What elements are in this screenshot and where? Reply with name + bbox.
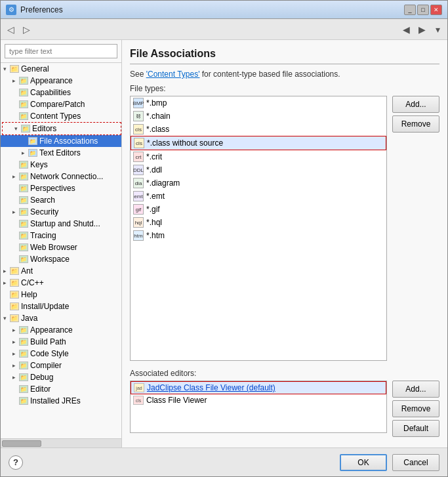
cpp-arrow[interactable]: ▸: [3, 280, 10, 286]
file-remove-button[interactable]: Remove: [392, 115, 439, 133]
networkconnections-folder-icon: 📁: [19, 173, 28, 180]
horizontal-scrollbar[interactable]: [1, 438, 121, 447]
tree-item-security[interactable]: ▸📁Security: [1, 206, 121, 218]
networkconnections-arrow[interactable]: ▸: [12, 173, 19, 180]
assoc-item-cf[interactable]: clsClass File Viewer: [131, 394, 386, 406]
tree-item-appearance[interactable]: ▸📁Appearance: [1, 75, 121, 87]
java-arrow[interactable]: ▾: [3, 315, 10, 321]
tree-item-compiler[interactable]: ▸📁Compiler: [1, 360, 121, 371]
file-type-item-emt[interactable]: emt*.emt: [131, 190, 386, 203]
tree-item-fileassociations[interactable]: 📁File Associations: [1, 135, 121, 147]
file-type-item-htm[interactable]: htm*.htm: [131, 229, 386, 242]
java-appearance-label: Appearance: [30, 325, 73, 335]
tree-item-java-appearance[interactable]: ▸📁Appearance: [1, 324, 121, 336]
filter-input[interactable]: [5, 44, 117, 58]
file-type-item-ddl[interactable]: DDL*.ddl: [131, 163, 386, 176]
installupdates-folder-icon: 📁: [10, 302, 19, 310]
assoc-default-button[interactable]: Default: [392, 420, 439, 437]
tree-item-java[interactable]: ▾📁Java: [1, 312, 121, 324]
tree-item-contenttypes[interactable]: 📁Content Types: [1, 110, 121, 122]
tree-item-help[interactable]: 📁Help: [1, 289, 121, 301]
scrollbar-thumb[interactable]: [2, 440, 41, 447]
tree-container[interactable]: ▾📁General▸📁Appearance 📁Capabilities 📁Com…: [1, 63, 121, 438]
bmp-icon: BMP: [133, 98, 144, 108]
buildpath-folder-icon: 📁: [19, 338, 28, 346]
file-type-item-hql[interactable]: hql*.hql: [131, 216, 386, 229]
appearance-arrow[interactable]: ▸: [12, 77, 19, 84]
tree-item-startupshutdown[interactable]: 📁Startup and Shutd...: [1, 218, 121, 230]
cpp-folder-icon: 📁: [10, 279, 19, 287]
app-icon: ⚙: [6, 5, 16, 15]
tree-item-general[interactable]: ▾📁General: [1, 63, 121, 75]
assoc-editors-list[interactable]: jadJadClipse Class File Viewer (default)…: [130, 381, 387, 433]
cancel-button[interactable]: Cancel: [392, 454, 439, 471]
file-type-item-gif[interactable]: gif*.gif: [131, 203, 386, 216]
ok-button[interactable]: OK: [340, 454, 387, 471]
assoc-item-jad[interactable]: jadJadClipse Class File Viewer (default): [131, 381, 386, 394]
webbrowser-folder-icon: 📁: [19, 243, 28, 251]
file-type-item-crit[interactable]: crt*.crit: [131, 150, 386, 163]
tree-item-comparepatch[interactable]: 📁Compare/Patch: [1, 98, 121, 110]
startupshutdown-folder-icon: 📁: [19, 220, 28, 228]
chain-icon: ⛓: [133, 111, 144, 121]
tree-item-tracing[interactable]: 📁Tracing: [1, 230, 121, 241]
compiler-arrow[interactable]: ▸: [12, 362, 19, 369]
tree-item-installupdates[interactable]: 📁Install/Update: [1, 301, 121, 312]
tree-item-texteditors[interactable]: ▸📁Text Editors: [1, 147, 121, 159]
nav-next-button[interactable]: ▶: [415, 22, 429, 37]
file-type-item-class-no-src[interactable]: cls*.class without source: [131, 136, 386, 150]
tree-item-debug[interactable]: ▸📁Debug: [1, 371, 121, 383]
debug-label: Debug: [30, 373, 53, 382]
fileassociations-folder-icon: 📁: [28, 137, 37, 145]
assoc-remove-button[interactable]: Remove: [392, 400, 439, 417]
java-appearance-arrow[interactable]: ▸: [12, 327, 19, 333]
editors-arrow[interactable]: ▾: [14, 125, 21, 132]
back-button[interactable]: ◁: [3, 22, 18, 37]
java-label: Java: [21, 314, 37, 323]
forward-button[interactable]: ▷: [19, 22, 33, 37]
buildpath-arrow[interactable]: ▸: [12, 339, 19, 345]
ant-arrow[interactable]: ▸: [3, 268, 10, 274]
file-type-item-class[interactable]: cls*.class: [131, 123, 386, 136]
installupdates-label: Install/Update: [21, 302, 69, 311]
content-types-link[interactable]: 'Content Types': [146, 70, 200, 79]
left-panel: ▾📁General▸📁Appearance 📁Capabilities 📁Com…: [1, 40, 122, 447]
tree-item-workspace[interactable]: 📁Workspace: [1, 253, 121, 265]
nav-prev-button[interactable]: ◀: [399, 22, 413, 37]
debug-arrow[interactable]: ▸: [12, 374, 19, 381]
tree-item-networkconnections[interactable]: ▸📁Network Connectio...: [1, 171, 121, 182]
tree-item-cpp[interactable]: ▸📁C/C++: [1, 277, 121, 289]
nav-dropdown-button[interactable]: ▾: [430, 22, 445, 37]
tree-item-buildpath[interactable]: ▸📁Build Path: [1, 336, 121, 348]
editors-label: Editors: [32, 124, 56, 133]
preferences-window: ⚙ Preferences _ □ ✕ ◁ ▷ ◀ ▶ ▾ ▾📁General▸…: [0, 0, 448, 477]
tree-item-editor[interactable]: 📁Editor: [1, 383, 121, 395]
security-arrow[interactable]: ▸: [12, 209, 19, 215]
tree-item-installedjres[interactable]: 📁Installed JREs: [1, 395, 121, 407]
file-type-item-bmp[interactable]: BMP*.bmp: [131, 96, 386, 110]
maximize-button[interactable]: □: [417, 5, 429, 15]
tree-item-keys[interactable]: 📁Keys: [1, 159, 121, 171]
tree-item-search[interactable]: 📁Search: [1, 194, 121, 206]
codestyle-arrow[interactable]: ▸: [12, 350, 19, 357]
tree-item-editors[interactable]: ▾📁Editors: [2, 122, 121, 135]
texteditors-arrow[interactable]: ▸: [22, 150, 28, 156]
general-label: General: [21, 64, 49, 73]
close-button[interactable]: ✕: [430, 5, 442, 15]
fileassociations-label: File Associations: [39, 136, 98, 146]
file-type-item-chain[interactable]: ⛓*.chain: [131, 110, 386, 123]
tree-item-capabilities[interactable]: 📁Capabilities: [1, 87, 121, 98]
minimize-button[interactable]: _: [404, 5, 416, 15]
general-arrow[interactable]: ▾: [3, 66, 10, 72]
tree-item-ant[interactable]: ▸📁Ant: [1, 265, 121, 277]
ddl-icon: DDL: [133, 165, 144, 175]
help-button[interactable]: ?: [9, 455, 23, 470]
assoc-add-button[interactable]: Add...: [392, 381, 439, 398]
tree-item-codestyle[interactable]: ▸📁Code Style: [1, 348, 121, 360]
tree-item-perspectives[interactable]: 📁Perspectives: [1, 182, 121, 194]
tree-item-webbrowser[interactable]: 📁Web Browser: [1, 241, 121, 253]
editor-folder-icon: 📁: [19, 385, 28, 393]
file-add-button[interactable]: Add...: [392, 96, 439, 113]
file-type-item-diagram[interactable]: dia*.diagram: [131, 176, 386, 190]
file-types-list[interactable]: BMP*.bmp⛓*.chaincls*.classcls*.class wit…: [130, 96, 387, 361]
